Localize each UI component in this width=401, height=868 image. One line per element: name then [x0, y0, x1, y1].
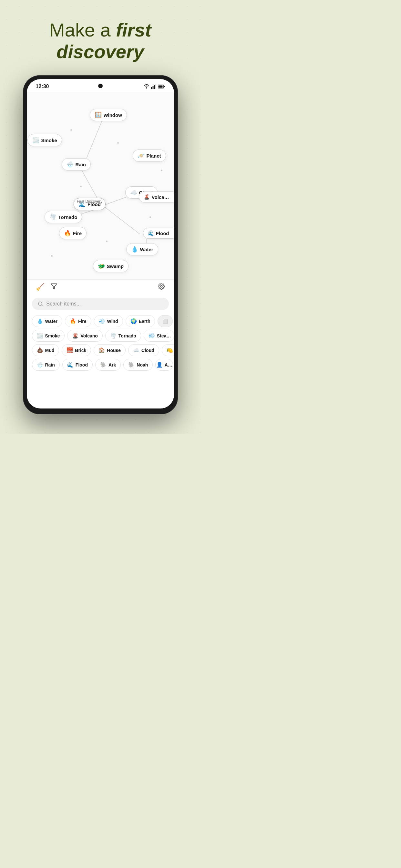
rain-label: Rain: [75, 162, 86, 167]
item-chip-a-partial[interactable]: 👤 A…: [155, 359, 173, 371]
flood-right-label: Flood: [156, 230, 169, 236]
items-row-1: 💧 Water 🔥 Fire 💨 Wind 🌍 Earth: [32, 315, 169, 327]
item-chip-brick[interactable]: 🧱 Brick: [62, 344, 91, 356]
item-chip-noah[interactable]: 🐘 Noah: [123, 359, 153, 371]
search-bar[interactable]: [32, 298, 169, 310]
svg-line-10: [104, 207, 140, 234]
item-chip-steam-partial[interactable]: 💨 Stea…: [144, 330, 174, 342]
phone-wrapper: 12:30: [0, 75, 201, 414]
status-icons: [144, 84, 165, 89]
canvas-chip-rain[interactable]: 🌧️ Rain: [62, 158, 91, 170]
canvas-dot: [70, 129, 72, 131]
item-chip-ark[interactable]: 🐘 Ark: [95, 359, 121, 371]
fire-emoji: 🔥: [64, 229, 71, 237]
battery-icon: [158, 85, 165, 89]
item-chip-tornado[interactable]: 🌪️ Tornado: [105, 330, 141, 342]
planet-label: Planet: [147, 153, 161, 159]
rain-emoji: 🌧️: [66, 161, 73, 168]
item-chip-cloud[interactable]: ☁️ Cloud: [128, 344, 159, 356]
smoke-emoji: 🌫️: [32, 136, 39, 144]
fire-label: Fire: [73, 230, 82, 236]
canvas-chip-water[interactable]: 💧 Water: [126, 243, 158, 255]
canvas-chip-window[interactable]: 🪟 Window: [90, 109, 127, 121]
item-chip-earth[interactable]: 🌍 Earth: [126, 315, 155, 327]
item-chip-rain[interactable]: 🌧️ Rain: [32, 359, 60, 371]
svg-rect-2: [154, 85, 155, 89]
svg-point-13: [160, 286, 162, 288]
item-chip-house[interactable]: 🏠 House: [94, 344, 126, 356]
tornado-emoji: 🌪️: [50, 213, 57, 221]
settings-button[interactable]: [158, 283, 165, 292]
flood-right-emoji: 🌊: [148, 230, 154, 236]
item-chip-water[interactable]: 💧 Water: [32, 315, 62, 327]
cloud-emoji: ☁️: [130, 189, 137, 196]
item-chip-mud[interactable]: 💩 Mud: [32, 344, 59, 356]
toolbar: 🧹: [27, 279, 174, 295]
camera-notch: [98, 84, 103, 88]
phone-screen: 12:30: [27, 79, 174, 408]
item-chip-more-1[interactable]: ⬜: [158, 315, 173, 327]
svg-line-15: [41, 305, 42, 306]
canvas-chip-smoke[interactable]: 🌫️ Smoke: [27, 134, 62, 146]
headline-text: Make a first discovery: [13, 20, 188, 62]
canvas-chip-flood-right[interactable]: 🌊 Flood: [143, 228, 174, 239]
canvas-dot: [106, 241, 107, 242]
canvas-dot: [150, 216, 151, 218]
items-grid: 💧 Water 🔥 Fire 💨 Wind 🌍 Earth: [27, 313, 174, 376]
smoke-label: Smoke: [41, 137, 57, 143]
headline-section: Make a first discovery: [0, 0, 201, 72]
canvas-chip-volcano-partial[interactable]: 🌋 Volca…: [139, 191, 174, 203]
tornado-label: Tornado: [58, 214, 78, 220]
svg-rect-3: [155, 84, 156, 89]
item-chip-wind[interactable]: 💨 Wind: [94, 315, 123, 327]
svg-rect-0: [151, 87, 152, 89]
game-canvas: 🪟 Window 🌫️ Smoke 🪐 Planet 🌧️ Rain ☁️: [27, 92, 174, 279]
water-label: Water: [140, 247, 153, 252]
svg-marker-12: [51, 284, 57, 289]
items-row-4: 🌧️ Rain 🌊 Flood 🐘 Ark 🐘 Noah: [32, 359, 169, 371]
search-icon: [38, 301, 43, 307]
items-row-2: 🌫️ Smoke 🌋 Volcano 🌪️ Tornado 💨 Stea…: [32, 330, 169, 342]
planet-emoji: 🪐: [137, 152, 145, 159]
water-emoji: 💧: [131, 246, 138, 253]
wifi-icon: [144, 84, 150, 89]
svg-rect-1: [152, 86, 153, 89]
item-chip-fire[interactable]: 🔥 Fire: [65, 315, 91, 327]
filter-button[interactable]: [50, 283, 58, 292]
item-chip-smoke[interactable]: 🌫️ Smoke: [32, 330, 65, 342]
swamp-label: Swamp: [107, 264, 124, 269]
canvas-chip-planet[interactable]: 🪐 Planet: [133, 150, 166, 162]
canvas-chip-swamp[interactable]: 🐲 Swamp: [93, 260, 129, 272]
phone-frame: 12:30: [23, 75, 178, 414]
canvas-dot: [80, 186, 82, 187]
canvas-dot: [117, 142, 119, 144]
item-chip-volcano[interactable]: 🌋 Volcano: [67, 330, 102, 342]
search-input[interactable]: [46, 301, 163, 307]
items-row-3: 💩 Mud 🧱 Brick 🏠 House ☁️ Cloud: [32, 344, 169, 356]
toolbar-left: 🧹: [36, 283, 58, 292]
first-discovery-label: First Discovery: [77, 199, 102, 204]
canvas-chip-fire[interactable]: 🔥 Fire: [59, 227, 87, 239]
window-label: Window: [104, 113, 122, 118]
canvas-dot: [161, 169, 162, 171]
volcano-label: Volca…: [152, 194, 169, 200]
status-time: 12:30: [36, 84, 49, 89]
window-emoji: 🪟: [95, 112, 102, 119]
canvas-chip-tornado[interactable]: 🌪️ Tornado: [44, 211, 82, 223]
canvas-dot: [51, 255, 53, 257]
swamp-emoji: 🐲: [98, 262, 105, 270]
brush-button[interactable]: 🧹: [36, 283, 44, 292]
item-chip-lemon[interactable]: 🍋: [162, 344, 174, 356]
svg-rect-5: [158, 86, 162, 88]
signal-icon: [151, 84, 156, 89]
item-chip-flood[interactable]: 🌊 Flood: [62, 359, 93, 371]
svg-line-6: [87, 115, 104, 158]
volcano-emoji: 🌋: [144, 194, 150, 200]
